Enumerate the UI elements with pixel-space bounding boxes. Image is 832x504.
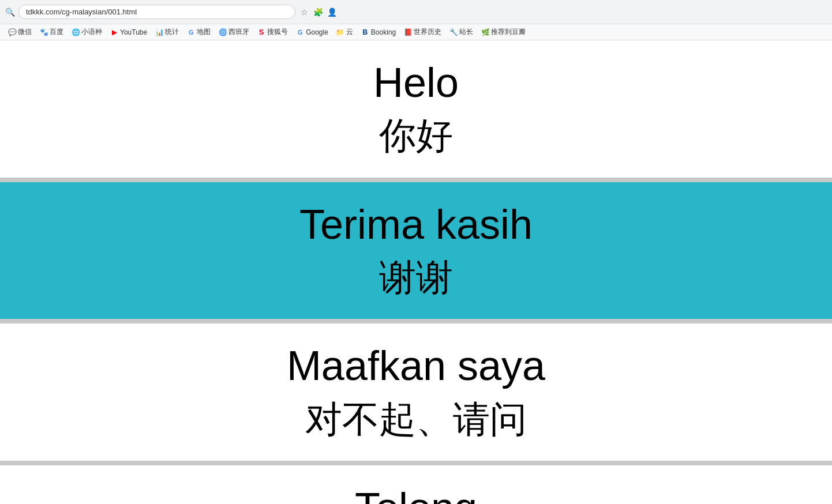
baidu-icon: 🐾 [40, 28, 48, 36]
bookmark-label-sohu: 搜狐号 [267, 27, 288, 37]
bookmark-label-weixin: 微信 [18, 27, 32, 37]
bookmark-label-tongji: 统计 [165, 27, 179, 37]
tuijian-icon: 🌿 [481, 28, 489, 36]
bookmark-label-booking: Booking [371, 28, 396, 36]
bookmark-label-youtube: YouTube [120, 28, 147, 36]
browser-chrome: 🔍 tdkkk.com/cg-malaysian/001.html ☆ 🧩 👤 … [0, 0, 832, 40]
address-bar[interactable]: tdkkk.com/cg-malaysian/001.html [18, 5, 295, 19]
bookmark-xiaoyuzhong[interactable]: 🌐 小语种 [68, 26, 106, 38]
bookmark-baidu[interactable]: 🐾 百度 [36, 26, 67, 38]
separator-3 [0, 461, 832, 465]
separator-2 [0, 319, 832, 324]
bookmark-google[interactable]: G Google [293, 27, 332, 37]
browser-toolbar: 🔍 tdkkk.com/cg-malaysian/001.html ☆ 🧩 👤 [0, 0, 832, 24]
zhangzhang-icon: 🔧 [449, 28, 458, 36]
phrase-block-maafkan-saya: Maafkan saya 对不起、请问 [0, 324, 832, 461]
tongji-icon: 📊 [155, 28, 163, 36]
google-maps-icon: G [187, 28, 195, 36]
bookmark-label-shijie: 世界历史 [414, 27, 441, 37]
phrase-chinese-terima-kasih: 谢谢 [12, 254, 820, 302]
phrase-chinese-maafkan-saya: 对不起、请问 [12, 396, 820, 443]
google-icon: G [296, 28, 304, 36]
weixin-icon: 💬 [8, 28, 16, 36]
bookmark-xibanya[interactable]: 🌀 西班牙 [215, 26, 253, 38]
phrase-block-helo: Helo 你好 [0, 40, 832, 178]
extension-icon[interactable]: 🧩 [313, 7, 323, 17]
bookmark-label-zhangzhang: 站长 [459, 27, 473, 37]
bookmark-zhangzhang[interactable]: 🔧 站长 [446, 26, 477, 38]
shijie-icon: 📕 [404, 28, 412, 36]
yun-icon: 📁 [336, 28, 344, 36]
phrase-chinese-helo: 你好 [12, 112, 820, 160]
bookmark-label-tuijian: 推荐到豆瓣 [491, 27, 526, 37]
xibanya-icon: 🌀 [219, 28, 227, 36]
star-icon[interactable]: ☆ [299, 7, 309, 17]
bookmark-label-ditu: 地图 [197, 27, 211, 37]
phrase-block-terima-kasih: Terima kasih 谢谢 [0, 182, 832, 319]
profile-icon[interactable]: 👤 [327, 7, 337, 17]
bookmark-label-xiaoyuzhong: 小语种 [81, 27, 102, 37]
bookmark-label-xibanya: 西班牙 [228, 27, 249, 37]
booking-icon: B [361, 28, 369, 36]
bookmark-yun[interactable]: 📁 云 [333, 26, 357, 38]
sohu-icon: S [257, 28, 265, 36]
xiaoyuzhong-icon: 🌐 [72, 28, 80, 36]
bookmark-youtube[interactable]: ▶ YouTube [107, 27, 151, 37]
bookmarks-bar: 💬 微信 🐾 百度 🌐 小语种 ▶ YouTube 📊 统计 G 地图 🌀 西班… [0, 24, 832, 40]
page-content: Helo 你好 Terima kasih 谢谢 Maafkan saya 对不起… [0, 40, 832, 504]
bookmark-google-maps[interactable]: G 地图 [183, 26, 214, 38]
bookmark-weixin[interactable]: 💬 微信 [5, 26, 35, 38]
phrase-main-maafkan-saya: Maafkan saya [12, 341, 820, 390]
youtube-icon: ▶ [110, 28, 118, 36]
bookmark-shijie[interactable]: 📕 世界历史 [400, 26, 445, 38]
bookmark-label-baidu: 百度 [50, 27, 63, 37]
phrase-main-terima-kasih: Terima kasih [12, 200, 820, 249]
separator-1 [0, 178, 832, 182]
phrase-block-tolong: Tolong [0, 465, 832, 504]
bookmark-label-yun: 云 [346, 27, 353, 37]
bookmark-sohu[interactable]: S 搜狐号 [254, 26, 291, 38]
bookmark-booking[interactable]: B Booking [358, 27, 399, 37]
bookmark-label-google: Google [306, 28, 328, 36]
phrase-main-helo: Helo [12, 58, 820, 107]
search-icon[interactable]: 🔍 [5, 7, 15, 17]
phrase-main-tolong: Tolong [12, 483, 820, 504]
bookmark-tuijian[interactable]: 🌿 推荐到豆瓣 [478, 26, 529, 38]
bookmark-tongji[interactable]: 📊 统计 [152, 26, 182, 38]
